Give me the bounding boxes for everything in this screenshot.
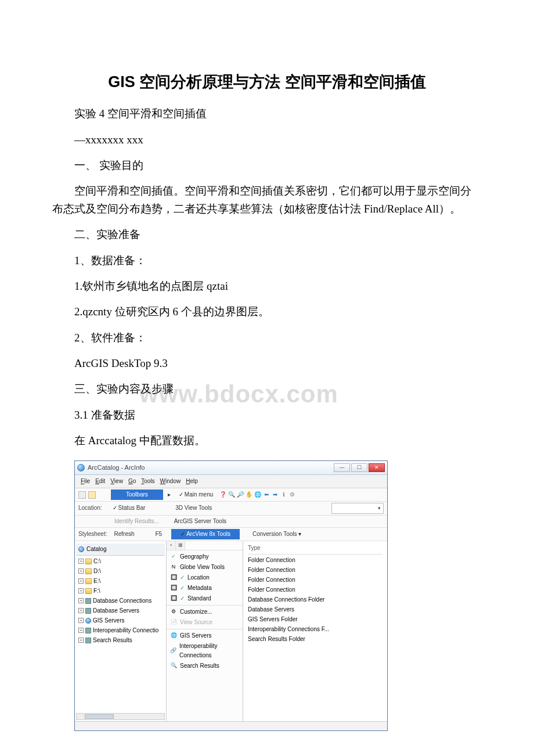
minimize-button[interactable]: —: [334, 463, 350, 472]
list-item[interactable]: Folder Connection: [248, 575, 383, 585]
conversion-tools-dropdown[interactable]: Conversion Tools ▾: [252, 530, 301, 539]
paragraph: 2、软件准备：: [52, 329, 482, 347]
globe-icon: [77, 464, 85, 471]
arccatalog-window: ArcCatalog - ArcInfo — ☐ ✕ File Edit Vie…: [74, 460, 388, 731]
list-item[interactable]: Search Results Folder: [248, 635, 383, 644]
page-title: GIS 空间分析原理与方法 空间平滑和空间插值: [52, 70, 482, 95]
toolbars-submenu: × ▦ ✓Geography NGlobe View Tools 🔲✓ Loca…: [167, 541, 243, 721]
catalog-icon: [78, 546, 84, 552]
tool-icon[interactable]: [78, 491, 86, 499]
refresh-item[interactable]: Refresh: [114, 530, 134, 539]
menu-item[interactable]: 🔲✓ Standard: [167, 593, 243, 604]
menu-view[interactable]: View: [110, 477, 123, 486]
menu-tools[interactable]: Tools: [141, 477, 154, 486]
folder-icon: [85, 578, 92, 584]
tab-button[interactable]: ×: [167, 541, 176, 550]
menu-item[interactable]: ✓Geography: [167, 552, 243, 562]
tool-icon[interactable]: ⚙: [288, 491, 296, 499]
main-menu-item[interactable]: Main menu: [179, 490, 213, 499]
catalog-tree[interactable]: Catalog +C:\ +D:\ +E:\ +F:\ +Database Co…: [75, 541, 167, 721]
menu-window[interactable]: Window: [160, 477, 181, 486]
maximize-button[interactable]: ☐: [351, 463, 367, 472]
content-list: Type Folder Connection Folder Connection…: [243, 541, 387, 721]
menu-go[interactable]: Go: [128, 477, 136, 486]
close-button[interactable]: ✕: [369, 463, 385, 472]
tree-item[interactable]: +C:\: [78, 557, 165, 566]
folder-icon[interactable]: [88, 491, 96, 499]
tree-item[interactable]: +D:\: [78, 567, 165, 576]
zoom-in-icon[interactable]: 🔍: [228, 491, 235, 499]
tree-item[interactable]: +Interoperability Connectio: [78, 626, 165, 635]
toolbar-row: Stylesheet: Refresh F5 ArcView 8x Tools …: [75, 528, 387, 541]
menu-file[interactable]: File: [81, 477, 90, 486]
tree-item[interactable]: +Search Results: [78, 636, 165, 645]
paragraph: 2.qzcnty 位研究区内 6 个县的边界图层。: [52, 303, 482, 321]
identify-results-item: Identify Results...: [114, 517, 159, 526]
list-item[interactable]: Interoperability Connections F...: [248, 625, 383, 634]
list-item[interactable]: GIS Servers Folder: [248, 615, 383, 624]
location-dropdown[interactable]: [331, 503, 384, 513]
toolbar-row: Toolbars ▸ Main menu ❓ 🔍 🔎 ✋ 🌐 ⬅ ➡ ℹ ⚙: [75, 488, 387, 502]
tree-item[interactable]: +Database Servers: [78, 606, 165, 615]
tree-item[interactable]: +Database Connections: [78, 596, 165, 606]
menu-item[interactable]: 🔲✓ Metadata: [167, 583, 243, 593]
location-label: Location:: [78, 503, 102, 513]
tab-button[interactable]: ▦: [176, 541, 185, 550]
paragraph: 二、实验准备: [52, 226, 482, 243]
menu-item[interactable]: ⚙Customize...: [167, 605, 243, 617]
menu-item[interactable]: NGlobe View Tools: [167, 562, 243, 573]
toolbar-row: Location: Status Bar 3D View Tools: [75, 502, 387, 515]
status-bar-item[interactable]: Status Bar: [113, 503, 146, 513]
toolbars-item-selected[interactable]: Toolbars: [111, 489, 163, 500]
stylesheet-label: Stylesheet:: [78, 530, 107, 539]
folder-icon: [85, 588, 92, 594]
window-title: ArcCatalog - ArcInfo: [88, 463, 145, 473]
horizontal-scrollbar[interactable]: [76, 713, 165, 720]
arcview-tools-selected[interactable]: ArcView 8x Tools: [171, 529, 240, 539]
search-icon: [85, 638, 91, 643]
list-item[interactable]: Database Servers: [248, 605, 383, 614]
paragraph: 在 Arccatalog 中配置数据。: [52, 432, 482, 449]
paragraph: 实验 4 空间平滑和空间插值: [52, 105, 482, 123]
database-icon: [85, 608, 91, 614]
list-item[interactable]: Folder Connection: [248, 566, 383, 575]
menu-item[interactable]: 🌐GIS Servers: [167, 629, 243, 641]
info-icon[interactable]: ℹ: [280, 491, 287, 499]
menu-edit[interactable]: Edit: [95, 477, 105, 486]
folder-icon: [85, 568, 92, 574]
f5-shortcut: F5: [156, 530, 163, 539]
back-icon[interactable]: ⬅: [262, 491, 270, 499]
menu-item[interactable]: 🔍Search Results: [167, 661, 243, 671]
paragraph: 1.钦州市乡镇地名的点图层 qztai: [52, 278, 482, 295]
globe-icon: [85, 618, 91, 624]
status-bar: [75, 721, 387, 730]
hand-icon[interactable]: ✋: [245, 491, 252, 499]
help-cursor-icon[interactable]: ❓: [219, 491, 226, 499]
globe-nav-icon[interactable]: 🌐: [254, 491, 261, 499]
paragraph: ArcGIS DeskTop 9.3: [52, 355, 482, 372]
tree-item[interactable]: +GIS Servers: [78, 616, 165, 625]
menu-bar[interactable]: File Edit View Go Tools Window Help: [75, 475, 387, 488]
server-tools-item[interactable]: ArcGIS Server Tools: [174, 517, 226, 526]
menu-item-disabled: 📄View Source: [167, 617, 243, 628]
list-item[interactable]: Folder Connection: [248, 585, 383, 595]
window-titlebar: ArcCatalog - ArcInfo — ☐ ✕: [75, 461, 387, 476]
interop-icon: [85, 628, 91, 633]
tree-item[interactable]: +E:\: [78, 577, 165, 586]
list-item[interactable]: Folder Connection: [248, 556, 383, 565]
tree-item[interactable]: +F:\: [78, 586, 165, 596]
paragraph: 三、实验内容及步骤: [52, 380, 482, 398]
zoom-out-icon[interactable]: 🔎: [236, 491, 244, 499]
list-item[interactable]: Database Connections Folder: [248, 595, 383, 604]
paragraph: —xxxxxxx xxx: [52, 131, 482, 149]
forward-icon[interactable]: ➡: [271, 491, 279, 499]
menu-item[interactable]: 🔗Interoperability Connections: [167, 641, 243, 661]
column-header-type[interactable]: Type: [248, 543, 383, 555]
paragraph: 空间平滑和空间插值。空间平滑和空间插值关系密切，它们都可以用于显示空间分布态式及…: [52, 182, 482, 218]
paragraph: 3.1 准备数据: [52, 406, 482, 424]
menu-item[interactable]: 🔲✓ Location: [167, 573, 243, 583]
threed-tools-item[interactable]: 3D View Tools: [175, 503, 212, 513]
folder-icon: [85, 559, 92, 564]
catalog-root[interactable]: Catalog: [86, 545, 106, 554]
menu-help[interactable]: Help: [186, 477, 198, 486]
